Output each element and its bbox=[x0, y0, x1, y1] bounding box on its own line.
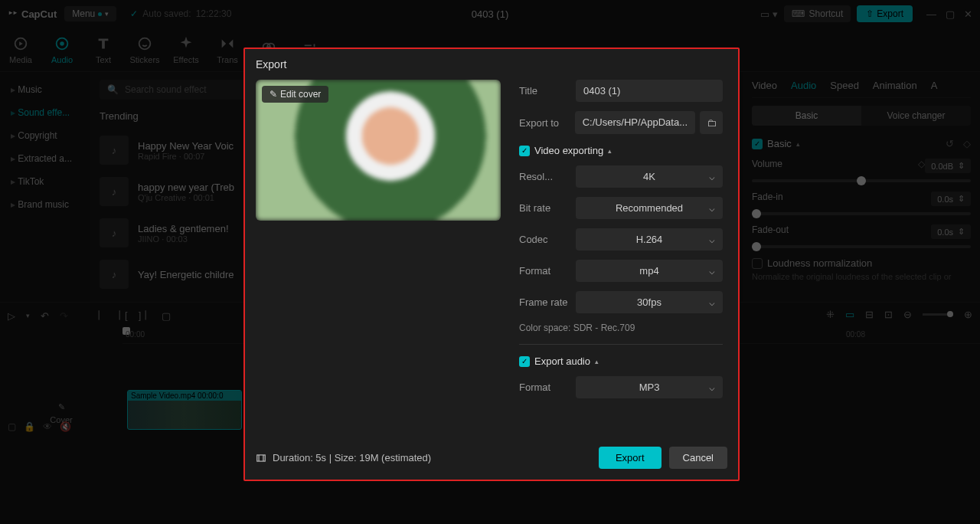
checkbox-on-icon[interactable]: ✓ bbox=[519, 146, 530, 156]
label-exportto: Export to bbox=[519, 117, 567, 129]
format-select[interactable]: mp4 bbox=[576, 260, 723, 282]
svg-rect-7 bbox=[257, 454, 266, 460]
video-exporting-section[interactable]: ✓ Video exporting ▴ bbox=[519, 145, 723, 156]
label-resolution: Resol... bbox=[519, 171, 568, 182]
export-audio-section[interactable]: ✓ Export audio ▴ bbox=[519, 355, 723, 367]
resolution-select[interactable]: 4K bbox=[576, 165, 723, 188]
browse-folder-button[interactable]: 🗀 bbox=[700, 111, 723, 134]
pencil-icon: ✎ bbox=[270, 89, 277, 100]
edit-cover-button[interactable]: ✎ Edit cover bbox=[262, 86, 328, 103]
label-framerate: Frame rate bbox=[519, 296, 568, 308]
cancel-button[interactable]: Cancel bbox=[669, 447, 727, 469]
export-confirm-button[interactable]: Export bbox=[599, 447, 662, 469]
framerate-select[interactable]: 30fps bbox=[576, 291, 723, 313]
label-title: Title bbox=[519, 85, 568, 97]
audio-format-select[interactable]: MP3 bbox=[576, 376, 723, 398]
colorspace-label: Color space: SDR - Rec.709 bbox=[519, 323, 723, 333]
title-input[interactable] bbox=[576, 80, 723, 102]
label-codec: Codec bbox=[519, 234, 568, 245]
label-audio-format: Format bbox=[519, 382, 568, 393]
codec-select[interactable]: H.264 bbox=[576, 228, 723, 251]
export-dialog: Export ✎ Edit cover Title Export to C:/U… bbox=[243, 47, 740, 481]
export-path-field[interactable]: C:/Users/HP/AppData... bbox=[575, 111, 695, 134]
dialog-title: Export bbox=[245, 49, 738, 80]
film-icon bbox=[256, 453, 266, 463]
folder-icon: 🗀 bbox=[707, 117, 717, 129]
label-bitrate: Bit rate bbox=[519, 202, 568, 214]
cover-preview: ✎ Edit cover bbox=[256, 80, 501, 221]
checkbox-on-icon[interactable]: ✓ bbox=[519, 356, 530, 367]
duration-info: Duration: 5s | Size: 19M (estimated) bbox=[256, 452, 431, 463]
bitrate-select[interactable]: Recommended bbox=[576, 197, 723, 219]
label-format: Format bbox=[519, 265, 568, 277]
